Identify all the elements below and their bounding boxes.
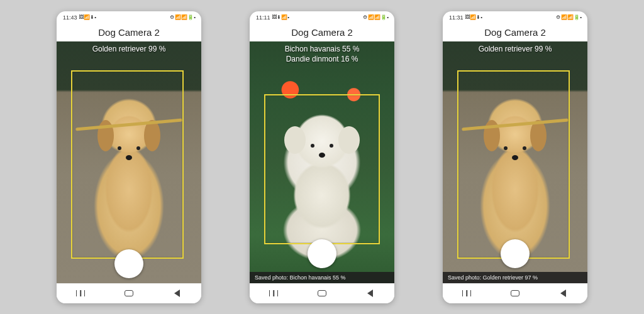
- detection-line: Bichon havanais 55 %: [253, 44, 391, 54]
- camera-viewport[interactable]: Golden retriever 99 % Saved photo: Golde…: [443, 41, 587, 283]
- status-bar: 11:31 🖼 📶 ⬇ • ⚙ 📶 📶 🔋 •: [443, 11, 587, 24]
- detection-line: Dandie dinmont 16 %: [253, 54, 391, 64]
- status-bar: 11:11 🖼 ⬇ 📶 • ⚙ 📶 📶 🔋 •: [250, 11, 394, 24]
- status-right-icons: ⚙ 📶 📶 🔋 •: [363, 14, 388, 20]
- detection-labels: Golden retriever 99 %: [443, 44, 587, 54]
- camera-viewport[interactable]: Golden retriever 99 %: [57, 41, 201, 283]
- nav-home-button[interactable]: [309, 287, 335, 300]
- nav-recent-button[interactable]: [261, 287, 286, 300]
- status-bar: 11:43 🖼 📶 ⬇ • ⚙ 📶 📶 🔋 •: [57, 11, 201, 24]
- app-title: Dog Camera 2: [57, 24, 201, 41]
- detection-bounding-box: [457, 70, 570, 259]
- nav-back-button[interactable]: [551, 287, 576, 300]
- status-time: 11:43: [63, 14, 77, 21]
- detection-labels: Bichon havanais 55 % Dandie dinmont 16 %: [250, 44, 394, 64]
- detection-line: Golden retriever 99 %: [60, 44, 197, 54]
- detection-bounding-box: [264, 94, 380, 244]
- saved-photo-banner: Saved photo: Golden retriever 97 %: [443, 272, 587, 283]
- app-title: Dog Camera 2: [443, 24, 587, 41]
- status-left-icons: 🖼 ⬇ 📶 •: [272, 14, 289, 20]
- android-nav-bar: [250, 283, 394, 303]
- saved-photo-banner: Saved photo: Bichon havanais 55 %: [250, 272, 394, 283]
- nav-recent-button[interactable]: [454, 287, 479, 300]
- nav-recent-button[interactable]: [68, 287, 93, 300]
- detection-line: Golden retriever 99 %: [447, 44, 584, 54]
- status-left-icons: 🖼 📶 ⬇ •: [465, 14, 482, 20]
- nav-back-button[interactable]: [358, 287, 383, 300]
- camera-viewport[interactable]: Bichon havanais 55 % Dandie dinmont 16 %…: [250, 41, 394, 283]
- android-nav-bar: [57, 283, 201, 303]
- shutter-button[interactable]: [501, 239, 530, 268]
- status-right-icons: ⚙ 📶 📶 🔋 •: [170, 14, 195, 20]
- status-left-icons: 🖼 📶 ⬇ •: [79, 14, 96, 20]
- status-right-icons: ⚙ 📶 📶 🔋 •: [556, 14, 581, 20]
- android-nav-bar: [443, 283, 587, 303]
- nav-back-button[interactable]: [165, 287, 190, 300]
- nav-home-button[interactable]: [116, 287, 142, 300]
- status-time: 11:11: [256, 14, 270, 21]
- detection-bounding-box: [71, 70, 184, 259]
- shutter-button[interactable]: [114, 249, 143, 278]
- detection-labels: Golden retriever 99 %: [57, 44, 201, 54]
- status-time: 11:31: [449, 14, 464, 21]
- phone-screenshot-2: 11:11 🖼 ⬇ 📶 • ⚙ 📶 📶 🔋 • Dog Camera 2 Bic…: [250, 11, 394, 303]
- app-title: Dog Camera 2: [250, 24, 394, 41]
- phone-screenshot-3: 11:31 🖼 📶 ⬇ • ⚙ 📶 📶 🔋 • Dog Camera 2 Gol…: [443, 11, 587, 303]
- nav-home-button[interactable]: [502, 287, 528, 300]
- phone-screenshot-1: 11:43 🖼 📶 ⬇ • ⚙ 📶 📶 🔋 • Dog Camera 2 Gol…: [57, 11, 201, 303]
- shutter-button[interactable]: [308, 239, 336, 268]
